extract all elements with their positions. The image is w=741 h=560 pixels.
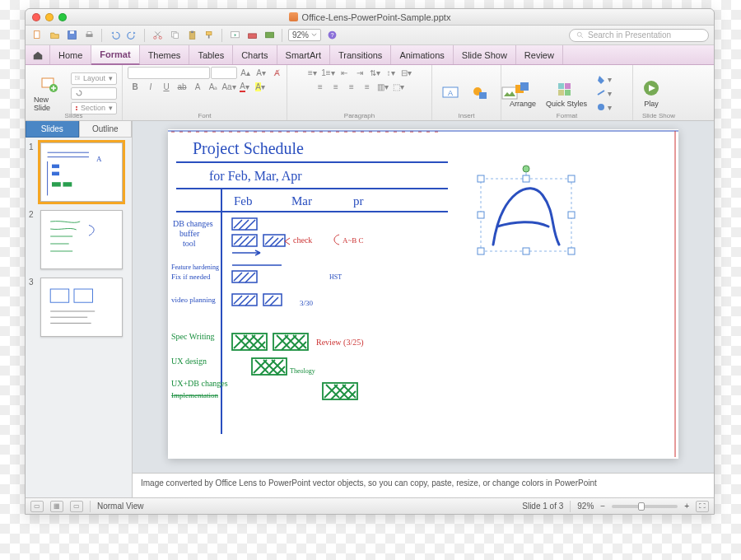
redo-icon[interactable] [125, 29, 138, 42]
save-icon[interactable] [65, 29, 78, 42]
svg-rect-2 [70, 31, 74, 34]
svg-rect-90 [523, 175, 529, 182]
highlight-icon[interactable]: A▾ [253, 81, 268, 93]
reset-button[interactable] [71, 87, 117, 100]
zoom-out-icon[interactable]: − [600, 502, 605, 511]
toolbox-icon[interactable] [245, 29, 259, 42]
ribbon-tab-smartart[interactable]: SmartArt [277, 45, 330, 64]
svg-rect-89 [478, 175, 484, 182]
strike-icon[interactable]: ab [175, 81, 189, 93]
panel-tab-slides[interactable]: Slides [26, 121, 79, 138]
svg-point-17 [577, 32, 581, 36]
search-input[interactable]: Search in Presentation [569, 29, 709, 42]
outdent-icon[interactable]: ⇤ [337, 67, 352, 79]
close-icon[interactable] [32, 13, 40, 21]
ribbon-tab-animations[interactable]: Animations [391, 45, 453, 64]
slideshow-icon[interactable] [228, 29, 241, 42]
undo-icon[interactable] [108, 29, 121, 42]
shapes-button[interactable] [467, 82, 493, 105]
view-normal-icon[interactable]: ▭ [30, 501, 44, 512]
align-center-icon[interactable]: ≡ [329, 81, 343, 93]
ribbon-tab-review[interactable]: Review [516, 45, 563, 64]
svg-rect-44 [63, 182, 72, 186]
ribbon-tab-slide-show[interactable]: Slide Show [454, 45, 516, 64]
shape-outline-icon[interactable]: ▾ [594, 87, 613, 100]
quick-styles-button[interactable]: Quick Styles [543, 77, 590, 110]
italic-icon[interactable]: I [143, 81, 158, 93]
underline-icon[interactable]: U [159, 81, 174, 93]
panel-tab-outline[interactable]: Outline [79, 121, 133, 138]
bullets-icon[interactable]: ≡▾ [305, 67, 320, 79]
svg-rect-95 [523, 248, 529, 254]
minimize-icon[interactable] [45, 13, 54, 21]
zoom-icon[interactable] [58, 13, 67, 21]
paste-icon[interactable] [185, 29, 198, 42]
copy-icon[interactable] [168, 29, 181, 42]
svg-rect-92 [478, 212, 484, 218]
svg-rect-47 [74, 289, 92, 302]
new-slide-button[interactable]: New Slide [30, 73, 68, 114]
view-slideshow-icon[interactable]: ▭ [70, 501, 83, 512]
view-sorter-icon[interactable]: ▦ [50, 501, 63, 512]
slide-content: Project Schedule for Feb, Mar, Apr Feb M… [168, 129, 678, 459]
columns-icon[interactable]: ▥▾ [375, 81, 390, 93]
align-right-icon[interactable]: ≡ [344, 81, 359, 93]
thumbnail-1[interactable]: 1 A [29, 142, 128, 202]
new-file-icon[interactable] [30, 29, 44, 42]
grow-font-icon[interactable]: A▴ [238, 67, 253, 79]
convert-smartart-icon[interactable]: ⬚▾ [391, 81, 406, 93]
ribbon-tab-themes[interactable]: Themes [140, 45, 190, 64]
fit-window-icon[interactable]: ⛶ [696, 501, 709, 512]
font-color-icon[interactable]: A▾ [237, 81, 252, 93]
line-spacing-icon[interactable]: ⇅▾ [368, 67, 383, 79]
shape-fill-icon[interactable]: ▾ [594, 73, 613, 86]
align-left-icon[interactable]: ≡ [313, 81, 328, 93]
ribbon-tab-charts[interactable]: Charts [233, 45, 277, 64]
ribbon-tab-tables[interactable]: Tables [189, 45, 233, 64]
subscript-icon[interactable]: Aₐ [206, 81, 221, 93]
ribbon-tab-transitions[interactable]: Transitions [330, 45, 391, 64]
ribbon-body: New Slide Layout▾ Section▾ Slides A▴ A▾ … [26, 65, 714, 121]
ribbon-tab-home[interactable]: Home [50, 45, 91, 64]
help-icon[interactable]: ? [325, 29, 338, 42]
slides-panel: Slides Outline 1 A 2 3 [26, 121, 133, 497]
window-controls [32, 13, 67, 21]
justify-icon[interactable]: ≡ [360, 81, 375, 93]
ribbon-home-icon[interactable] [26, 45, 50, 64]
quick-access-toolbar: 92% ? Search in Presentation [26, 26, 714, 45]
font-family-dropdown[interactable] [128, 67, 210, 79]
media-icon[interactable] [263, 29, 276, 42]
change-case-icon[interactable]: Aa▾ [221, 81, 236, 93]
thumbnail-3[interactable]: 3 [29, 278, 128, 337]
bold-icon[interactable]: B [128, 81, 142, 93]
shrink-font-icon[interactable]: A▾ [254, 67, 268, 79]
text-direction-icon[interactable]: ↕▾ [384, 67, 398, 79]
numbering-icon[interactable]: 1≡▾ [321, 67, 336, 79]
thumbnail-2[interactable]: 2 [29, 210, 128, 269]
zoom-in-icon[interactable]: + [684, 502, 689, 511]
ribbon-tab-format[interactable]: Format [91, 45, 139, 65]
slide-canvas[interactable]: Project Schedule for Feb, Mar, Apr Feb M… [168, 129, 678, 459]
text-box-button[interactable]: A [437, 82, 464, 105]
open-icon[interactable] [48, 29, 61, 42]
zoom-slider[interactable] [612, 505, 678, 508]
format-painter-icon[interactable] [203, 29, 216, 42]
layout-dropdown[interactable]: Layout▾ [71, 72, 117, 85]
shadow-icon[interactable]: A [190, 81, 205, 93]
svg-rect-46 [50, 289, 68, 302]
indent-icon[interactable]: ⇥ [352, 67, 367, 79]
zoom-value: 92% [292, 30, 309, 40]
align-text-icon[interactable]: ⊟▾ [399, 67, 414, 79]
cut-icon[interactable] [151, 29, 164, 42]
group-label-paragraph: Paragraph [287, 112, 431, 119]
arrange-button[interactable]: Arrange [506, 77, 539, 110]
print-icon[interactable] [82, 29, 96, 42]
selected-shape[interactable] [478, 166, 575, 254]
canvas-viewport[interactable]: Project Schedule for Feb, Mar, Apr Feb M… [133, 121, 714, 473]
font-size-dropdown[interactable] [211, 67, 237, 79]
play-button[interactable]: Play [638, 77, 664, 110]
notes-pane[interactable]: Image converted by Office Lens to PowerP… [133, 473, 714, 497]
clear-format-icon[interactable]: A̸ [269, 67, 284, 79]
thumbnail-list: 1 A 2 3 [26, 138, 132, 497]
zoom-dropdown[interactable]: 92% [288, 29, 321, 41]
